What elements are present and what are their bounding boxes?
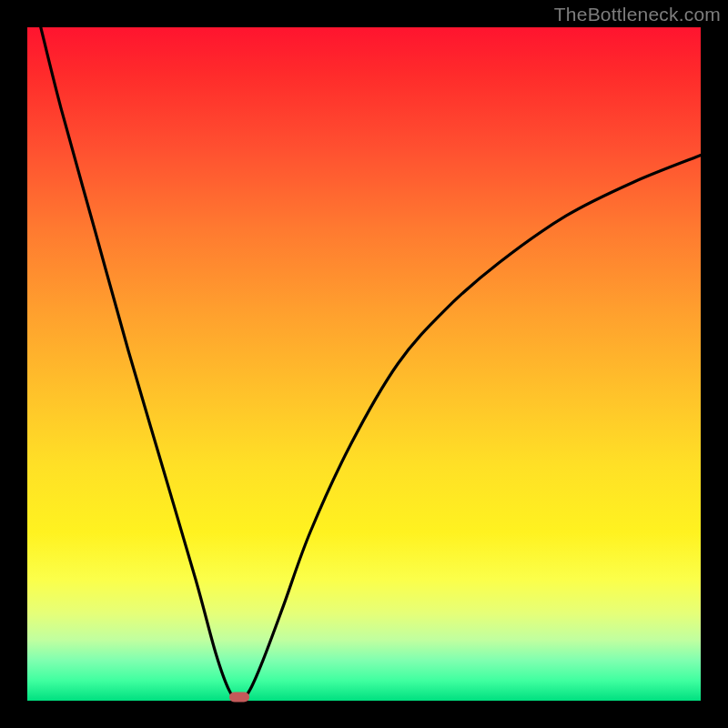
bottleneck-curve — [27, 27, 701, 701]
chart-frame: TheBottleneck.com — [0, 0, 728, 728]
plot-area — [27, 27, 701, 701]
optimal-point-marker — [229, 693, 249, 703]
watermark-text: TheBottleneck.com — [554, 4, 721, 25]
